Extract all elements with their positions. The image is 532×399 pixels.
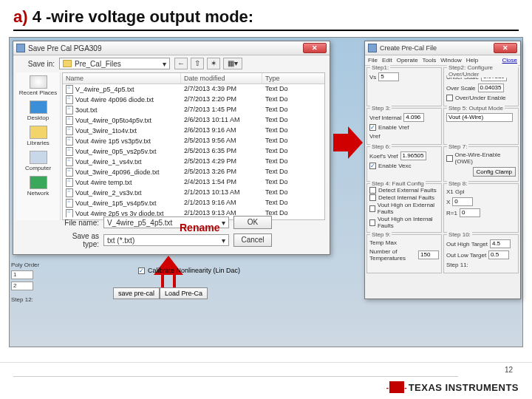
col-name[interactable]: Name <box>63 73 181 83</box>
calibrate-row: ✓ Calibrate Nonlinearity (Lin Dac) <box>138 267 240 274</box>
col-type[interactable]: Type <box>262 73 324 83</box>
file-row[interactable]: Vout_3wire_1to4v.txt2/6/2013 9:16 AMText… <box>63 126 324 136</box>
file-row[interactable]: Vout 4wire 1p5 vs3p5v.txt2/5/2013 9:56 A… <box>63 136 324 146</box>
text-file-icon <box>66 137 73 146</box>
menu-edit[interactable]: Edit <box>382 57 392 64</box>
out-low-input[interactable]: 0.5 <box>488 250 509 259</box>
text-file-icon <box>66 147 73 156</box>
menu-tools[interactable]: Tools <box>423 57 437 64</box>
file-type: Text Do <box>262 116 324 125</box>
step4-box: Step 4: Fault Config Detect External Fau… <box>366 183 442 233</box>
save-type-value: txt (*.txt) <box>107 236 134 245</box>
file-row[interactable]: Vout 4wire temp.txt2/4/2013 1:54 PMText … <box>63 177 324 188</box>
file-list: V_4wire_p5_4p5.txt2/7/2013 4:39 PMText D… <box>63 84 324 217</box>
places-recent[interactable]: Recent Places <box>16 74 60 98</box>
menu-window[interactable]: Window <box>440 57 461 64</box>
precal-titlebar: Create Pre-Cal File ✕ <box>365 41 520 55</box>
save-in-dropdown[interactable]: Pre_Cal_Files ▾ <box>59 58 170 69</box>
over-under-enable-checkbox[interactable] <box>446 95 453 101</box>
text-file-icon <box>66 116 73 125</box>
poly-input-2[interactable]: 2 <box>11 282 33 290</box>
save-precal-button[interactable]: save pre-cal <box>113 287 160 299</box>
menu-operate[interactable]: Operate <box>397 57 418 64</box>
fault-label: Vout High on Internal Faults <box>378 216 439 229</box>
vs-input[interactable]: 5 <box>378 72 399 81</box>
calibrate-label: Calibrate Nonlinearity (Lin Dac) <box>148 267 240 274</box>
file-date: 2/7/2013 4:39 PM <box>181 85 262 94</box>
menu-help[interactable]: Help <box>466 57 478 64</box>
recent-icon <box>30 75 47 89</box>
step7-box: Step 7: One-Wire-Enable (OWE) Config Cla… <box>443 146 519 182</box>
file-type: Text Do <box>262 178 324 187</box>
vref-internal-label: Vref Internal <box>369 115 401 121</box>
out-low-label: Out Low Target <box>446 252 486 259</box>
fault-checkbox[interactable] <box>369 187 376 194</box>
places-net[interactable]: Network <box>16 174 60 198</box>
r-input[interactable]: 0 <box>460 208 480 217</box>
x-input[interactable]: 0 <box>452 197 473 206</box>
over-scale-input[interactable]: 0.04035 <box>478 83 504 92</box>
file-row[interactable]: Vout_4wire_1p5_vs4p5v.txt2/1/2013 9:16 A… <box>63 198 324 208</box>
places-desk[interactable]: Desktop <box>16 99 60 123</box>
new-folder-button[interactable]: ✶ <box>207 58 220 69</box>
file-row[interactable]: Vout_4wire_1_vs4v.txt2/5/2013 4:29 PMTex… <box>63 157 324 167</box>
save-dialog-titlebar: Save Pre Cal PGA309 ✕ <box>13 41 330 55</box>
load-precal-button[interactable]: Load Pre-Ca <box>160 287 208 299</box>
back-button[interactable]: ← <box>174 58 188 69</box>
step10-title: Step 10: <box>447 231 472 238</box>
file-date: 2/5/2013 3:26 PM <box>181 168 262 177</box>
fault-label: Vout High on External Faults <box>378 202 439 215</box>
places-comp[interactable]: Computer <box>16 149 60 173</box>
page-heading: a) 4 -wire voltage output mode: <box>0 0 532 30</box>
file-date: 2/1/2013 10:13 AM <box>181 188 262 197</box>
places-sidebar: Recent PlacesDesktopLibrariesComputerNet… <box>16 72 61 220</box>
file-name: Vout_4wire_1p5_vs4p5v.txt <box>75 200 156 207</box>
vref-internal-input[interactable]: 4.096 <box>403 113 424 122</box>
calibrate-checkbox[interactable]: ✓ <box>138 267 145 274</box>
file-type: Text Do <box>262 137 324 146</box>
num-temp-input[interactable]: 150 <box>418 250 439 259</box>
file-row[interactable]: 3out.txt2/7/2013 1:45 PMText Do <box>63 105 324 115</box>
col-date[interactable]: Date modified <box>181 73 262 83</box>
file-date: 2/6/2013 9:16 AM <box>181 126 262 135</box>
close-button[interactable]: ✕ <box>494 43 517 53</box>
cancel-button[interactable]: Cancel <box>233 233 272 247</box>
poly-input-1[interactable]: 1 <box>11 270 33 279</box>
footer-divider <box>13 376 458 377</box>
file-row[interactable]: Vout_4wire_0p5_vs2p5v.txt2/5/2013 6:35 P… <box>63 146 324 157</box>
fault-label: Detect External Faults <box>378 187 437 194</box>
owe-checkbox[interactable] <box>446 155 453 162</box>
close-button[interactable]: ✕ <box>303 43 327 53</box>
file-row[interactable]: Vout_3wire_4p096_diode.txt2/5/2013 3:26 … <box>63 167 324 177</box>
fault-checkbox[interactable] <box>369 194 376 201</box>
fault-checkbox[interactable] <box>369 219 375 226</box>
ti-chip-icon <box>389 381 404 393</box>
file-row[interactable]: V_4wire_p5_4p5.txt2/7/2013 4:39 PMText D… <box>63 84 324 95</box>
file-row[interactable]: Vout 4wire 4p096 diode.txt2/7/2013 2:20 … <box>63 95 324 105</box>
file-date: 2/1/2013 9:16 AM <box>181 199 262 208</box>
fault-checkbox[interactable] <box>369 205 375 212</box>
places-lib[interactable]: Libraries <box>16 124 60 148</box>
config-clamp-button[interactable]: Config Clamp <box>473 167 516 177</box>
koef-vref-input[interactable]: 1.96505 <box>400 151 426 160</box>
enable-vexc-checkbox[interactable]: ✓ <box>369 163 376 169</box>
view-menu-button[interactable]: ▦▾ <box>223 58 242 69</box>
save-type-dropdown[interactable]: txt (*.txt) ▾ <box>103 234 229 246</box>
net-icon <box>30 176 47 189</box>
x-label: X <box>446 199 450 205</box>
file-name-label: File name: <box>62 219 103 227</box>
menu-file[interactable]: File <box>368 57 378 64</box>
file-row[interactable]: Vout_4wire_0p5to4p5v.txt2/6/2013 10:11 A… <box>63 115 324 126</box>
step8-box: Step 8: X1 Gpl X0 R=10 <box>443 183 519 233</box>
file-name: Vout_4wire_0p5_vs2p5v.txt <box>75 148 156 155</box>
close-link[interactable]: Close <box>502 57 517 64</box>
enable-vref-checkbox[interactable]: ✓ <box>369 124 376 131</box>
out-high-input[interactable]: 4.5 <box>490 239 511 248</box>
output-mode-dropdown[interactable]: Vout (4-Wire) <box>446 113 513 122</box>
file-name: Vout_4wire_2_vs3v.txt <box>75 189 141 197</box>
file-row[interactable]: Vout_4wire_2_vs3v.txt2/1/2013 10:13 AMTe… <box>63 188 324 198</box>
up-one-level-button[interactable]: ⇧ <box>191 58 204 69</box>
file-date: 2/5/2013 6:35 PM <box>181 147 262 156</box>
ok-button[interactable]: OK <box>233 216 272 229</box>
over-under-enable-label: Over/Under Enable <box>455 95 505 101</box>
